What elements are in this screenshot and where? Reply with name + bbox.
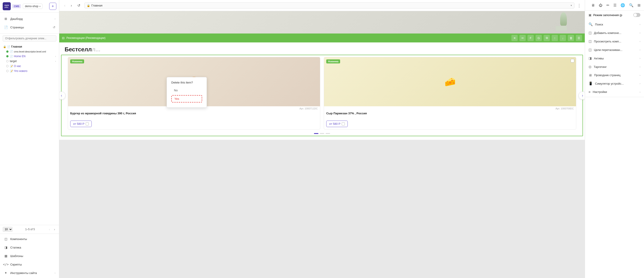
right-item-page-explorer[interactable]: 🖥 Проводник страниц ›: [585, 71, 644, 79]
right-item-settings[interactable]: ≡ Настройки ›: [585, 88, 644, 96]
per-page-select[interactable]: 10 25 50: [3, 227, 12, 232]
dot-2[interactable]: [320, 133, 324, 134]
dot-green-2-icon: [6, 55, 8, 57]
device-sim-icon: 📱: [588, 82, 593, 86]
close-tool-button[interactable]: ✕: [512, 35, 518, 41]
menu-icon[interactable]: ☰: [612, 2, 618, 8]
monitor-icon[interactable]: 🖥: [590, 2, 596, 8]
group-tool-button[interactable]: G: [536, 35, 542, 41]
topbar: ‹ › ↺ 🔒 Главная ▾ ⋮: [59, 0, 585, 11]
right-item-assets[interactable]: ◨ Активы ›: [585, 54, 644, 63]
tree-item-target[interactable]: target ›: [3, 59, 56, 64]
page-explorer-label: Проводник страниц: [594, 73, 640, 77]
pencil-icon[interactable]: ✏: [606, 2, 610, 8]
search-arrow-icon: ›: [640, 23, 640, 26]
page-icon: 📄: [7, 45, 10, 48]
url-dropdown-icon[interactable]: ▾: [571, 4, 572, 7]
refresh-icon[interactable]: ↺: [53, 25, 56, 29]
right-item-targeting[interactable]: ◎ Таргетинг ›: [585, 63, 644, 71]
static-label: Статика: [10, 246, 56, 249]
components-icon: ◫: [4, 237, 8, 241]
prev-page-button[interactable]: ‹: [48, 227, 52, 232]
more-tool-button[interactable]: ☰: [576, 35, 582, 41]
main-content: ⊟ Рекомендации (Рекомендации) ✕ ✏ F G ⧉ …: [59, 11, 585, 278]
shop-selector[interactable]: demo-shop ▾: [23, 3, 42, 9]
delete-tool-button[interactable]: 🗑: [568, 35, 574, 41]
right-item-view-component[interactable]: ◫ Просмотреть комп... ›: [585, 37, 644, 46]
product-2-price-area: от 580 Р: [324, 121, 576, 129]
tree-home-label: Главная: [11, 45, 56, 48]
right-item-device-sim[interactable]: 📱 Симулятор устройс... ›: [585, 79, 644, 88]
product-1-price-button[interactable]: от 580 Р: [70, 121, 92, 127]
product-2-price-checkbox[interactable]: [342, 122, 345, 126]
page-background: [59, 11, 585, 33]
drag-targets-icon: ◫: [588, 48, 592, 52]
product-card-2: Новинка 🧀 Арт. 1000709DC Сыр Пармезан 37…: [324, 57, 576, 130]
product-2-checkbox[interactable]: [571, 59, 574, 63]
more-button[interactable]: ⋮: [577, 3, 581, 8]
brand-logo[interactable]: digital chief_: [3, 2, 11, 10]
tree-item-about[interactable]: 📝 О нас: [3, 64, 56, 69]
tree-item-home-en[interactable]: 📄 Home EN ›: [3, 54, 56, 59]
page-tree: 🔒 📄 Главная 📄 cms-level-descriptor.level…: [0, 43, 59, 225]
templates-icon: ▦: [4, 254, 8, 258]
down-tool-button[interactable]: ↓: [560, 35, 566, 41]
nav-scripts[interactable]: </> Скрипты: [0, 260, 59, 269]
tree-item-whats-new[interactable]: 📝 Что нового: [3, 69, 56, 73]
forward-button[interactable]: ›: [69, 3, 73, 8]
content-area: Delete this item? No Yes Бестселлл... ‹ …: [59, 42, 585, 140]
copy-tool-button[interactable]: ⧉: [544, 35, 550, 41]
filter-input[interactable]: [3, 35, 56, 41]
static-icon: ◨: [4, 245, 8, 250]
nav-templates[interactable]: ▦ Шаблоны: [0, 252, 59, 260]
fill-mode-toggle[interactable]: [633, 13, 640, 17]
up-tool-button[interactable]: ↑: [552, 35, 558, 41]
refresh-button[interactable]: ↺: [76, 2, 82, 8]
power-icon[interactable]: ⏻: [598, 2, 603, 8]
edit-icon: 📝: [10, 65, 13, 68]
back-button[interactable]: ‹: [63, 3, 67, 8]
tree-item-home[interactable]: 🔒 📄 Главная: [3, 44, 56, 49]
next-page-button[interactable]: ›: [52, 227, 56, 232]
nav-components[interactable]: ◫ Компоненты: [0, 235, 59, 243]
selection-icon: ⊟: [62, 36, 64, 40]
add-button[interactable]: +: [49, 3, 56, 10]
delete-popup: Delete this item? No Yes: [166, 77, 207, 108]
tree-item-cms-xml[interactable]: 📄 cms-level-descriptor.level.xml: [3, 49, 56, 54]
page-range: 1–5 of 5: [14, 228, 46, 231]
page-2-icon: 📄: [10, 55, 13, 58]
globe-icon[interactable]: 🌐: [620, 2, 626, 8]
carousel-next-button[interactable]: ›: [578, 92, 585, 100]
product-1-name: Бургер из мраморной говядины 390 г, Росс…: [68, 111, 320, 121]
dot-3[interactable]: [326, 133, 330, 134]
brand-logo-area: digital chief_ CMS: [3, 2, 21, 10]
right-item-search[interactable]: 🔍 Поиск ›: [585, 20, 644, 29]
targeting-icon: ◎: [588, 65, 592, 69]
edit-tool-button[interactable]: ✏: [520, 35, 526, 41]
right-item-drag-targets[interactable]: ◫ Цели перетаскиван... ›: [585, 46, 644, 54]
nav-static[interactable]: ◨ Статика: [0, 243, 59, 252]
popup-no-button[interactable]: No: [171, 87, 202, 94]
popup-yes-button[interactable]: Yes: [171, 95, 202, 103]
grid-icon[interactable]: ⊞: [636, 2, 641, 8]
page-top-image: [59, 11, 585, 33]
fill-mode-row: ▣ Режим заполнения (р: [585, 11, 644, 19]
file-icon: 📄: [10, 50, 13, 53]
product-1-price-area: от 580 Р: [68, 121, 320, 129]
nav-pages[interactable]: 📄 Страницы ↺: [0, 23, 59, 31]
field-tool-button[interactable]: F: [528, 35, 534, 41]
product-2-price-button[interactable]: от 580 Р: [326, 121, 348, 127]
carousel-prev-button[interactable]: ‹: [59, 92, 66, 100]
product-1-price-checkbox[interactable]: [86, 122, 89, 126]
right-search-label: Поиск: [595, 23, 640, 26]
dot-1[interactable]: [314, 133, 318, 134]
url-bar: 🔒 Главная ▾: [84, 2, 574, 8]
nav-site-tools[interactable]: ✦ Инструменты сайта ›: [0, 269, 59, 277]
search-top-icon[interactable]: 🔍: [628, 2, 634, 8]
dot-grey-icon: [6, 60, 8, 62]
nav-dashboard[interactable]: ⊞ Дашборд ›: [0, 14, 59, 23]
left-sidebar: digital chief_ CMS demo-shop ▾ + ⊞ Дашбо…: [0, 0, 59, 278]
bestseller-heading: Бестселлл...: [59, 42, 585, 55]
right-item-add-component[interactable]: ◫ Добавить компоне... ›: [585, 29, 644, 37]
home-en-arrow-icon: ›: [55, 55, 56, 58]
